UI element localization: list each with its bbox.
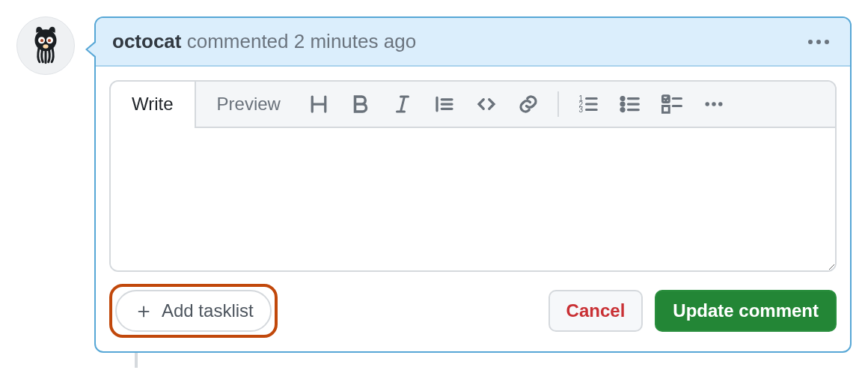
svg-point-13 [705, 102, 709, 106]
svg-text:3: 3 [578, 106, 583, 114]
ordered-list-icon[interactable]: 123 [575, 91, 601, 117]
comment-meta: commented 2 minutes ago [187, 30, 416, 52]
svg-point-9 [621, 97, 624, 100]
tab-write[interactable]: Write [111, 82, 196, 128]
cancel-button[interactable]: Cancel [548, 290, 644, 332]
plus-icon: ＋ [133, 300, 154, 321]
tab-preview[interactable]: Preview [196, 82, 303, 127]
avatar[interactable] [16, 16, 75, 75]
svg-point-4 [48, 39, 51, 42]
code-icon[interactable] [474, 91, 499, 117]
italic-icon[interactable] [390, 91, 415, 117]
svg-point-5 [43, 44, 48, 48]
bold-icon[interactable] [348, 91, 373, 117]
editor-footer: ＋ Add tasklist Cancel Update comment [109, 272, 837, 338]
quote-icon[interactable] [432, 91, 457, 117]
editor-frame: Write Preview [109, 80, 837, 272]
unordered-list-icon[interactable] [617, 91, 643, 117]
svg-point-3 [40, 39, 43, 42]
comment-timeline-item: octocat commented 2 minutes ago Write Pr… [16, 16, 852, 353]
task-list-icon[interactable] [659, 91, 685, 117]
comment-textarea[interactable] [111, 128, 835, 270]
add-tasklist-highlight: ＋ Add tasklist [109, 284, 278, 338]
add-tasklist-label: Add tasklist [162, 300, 254, 321]
editor-tabbar: Write Preview [111, 82, 835, 128]
svg-point-10 [621, 103, 624, 106]
comment-body: Write Preview [96, 67, 850, 351]
update-comment-button[interactable]: Update comment [655, 290, 837, 332]
comment-actions-menu[interactable] [804, 35, 834, 49]
add-tasklist-button[interactable]: ＋ Add tasklist [115, 290, 272, 332]
formatting-toolbar: 123 [303, 82, 835, 127]
octocat-icon [24, 24, 67, 67]
comment-header-text: octocat commented 2 minutes ago [112, 30, 416, 53]
heading-icon[interactable] [306, 91, 331, 117]
footer-actions: Cancel Update comment [548, 290, 837, 332]
link-icon[interactable] [516, 91, 541, 117]
comment-header: octocat commented 2 minutes ago [96, 18, 850, 67]
toolbar-divider [557, 91, 559, 117]
username[interactable]: octocat [112, 30, 181, 52]
svg-point-11 [621, 109, 624, 112]
timeline-rail [135, 353, 138, 368]
svg-point-14 [712, 102, 716, 106]
more-tools-icon[interactable] [701, 91, 727, 117]
svg-point-15 [718, 102, 723, 106]
comment-box: octocat commented 2 minutes ago Write Pr… [94, 16, 852, 353]
